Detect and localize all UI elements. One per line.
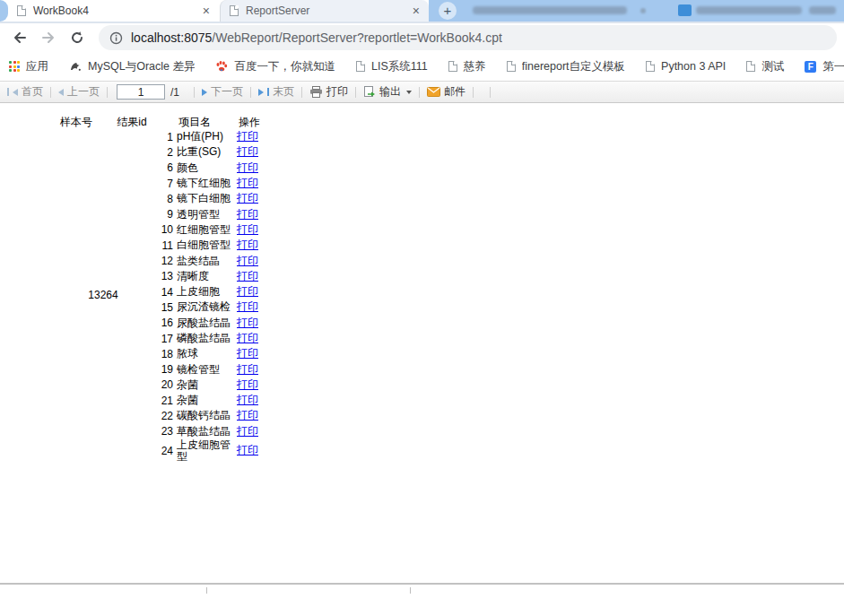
result-id-cell: 13 (49, 270, 173, 282)
browser-toolbar: localhost:8075/WebReport/ReportServer?re… (0, 22, 844, 52)
result-id-cell: 8 (49, 193, 173, 205)
address-bar[interactable]: localhost:8075/WebReport/ReportServer?re… (99, 25, 837, 50)
document-icon (746, 61, 755, 72)
bookmark-label: 慈养 (464, 59, 486, 74)
table-row: 21 杂菌 打印 (49, 393, 269, 408)
item-name-cell: 颜色 (177, 162, 234, 174)
result-id-cell: 10 (49, 223, 173, 236)
bookmark-lis[interactable]: LIS系统111 (356, 59, 428, 74)
item-name-cell: 透明管型 (177, 209, 234, 221)
report-page: 样本号 结果id 项目名 操作 1 pH值(PH) 打印 2 比重(SG) 打印… (0, 103, 844, 615)
finereport-icon: F (805, 61, 816, 73)
close-tab-icon[interactable]: × (203, 4, 210, 17)
printer-icon (309, 86, 323, 98)
next-page-label: 下一页 (211, 84, 243, 100)
item-name-cell: pH值(PH) (177, 131, 234, 143)
item-name-cell: 尿酸盐结晶 (177, 317, 234, 329)
print-link[interactable]: 打印 (237, 393, 258, 408)
bookmark-label: 应用 (26, 59, 48, 74)
header-result-id: 结果id (103, 116, 173, 129)
page-favicon-icon (230, 5, 239, 16)
table-row: 23 草酸盐结晶 打印 (49, 424, 269, 439)
print-button[interactable]: 打印 (309, 84, 348, 100)
new-tab-button[interactable]: + (439, 2, 457, 20)
print-link[interactable]: 打印 (237, 443, 258, 458)
info-icon[interactable] (109, 31, 123, 45)
result-id-cell: 24 (49, 445, 173, 457)
tab-workbook4[interactable]: WorkBook4 × (8, 0, 219, 22)
mail-icon (427, 87, 440, 97)
print-label: 打印 (326, 84, 348, 100)
print-link[interactable]: 打印 (237, 331, 258, 346)
bookmark-mysql[interactable]: MySQL与Oracle 差异 (69, 59, 195, 74)
mail-button[interactable]: 邮件 (427, 84, 466, 100)
bookmark-first-template[interactable]: F 第一张 (805, 59, 844, 74)
print-link[interactable]: 打印 (237, 144, 258, 160)
print-link[interactable]: 打印 (237, 284, 258, 299)
print-link[interactable]: 打印 (237, 238, 258, 253)
export-button[interactable]: 输出 (363, 84, 412, 100)
print-link[interactable]: 打印 (237, 362, 258, 377)
print-link[interactable]: 打印 (237, 316, 258, 331)
print-link[interactable]: 打印 (237, 161, 258, 176)
forward-icon[interactable] (39, 29, 57, 47)
print-link[interactable]: 打印 (237, 299, 258, 315)
tab-reportserver[interactable]: ReportServer × (220, 0, 429, 22)
bookmark-baidu[interactable]: 百度一下，你就知道 (215, 59, 335, 74)
print-link[interactable]: 打印 (237, 191, 258, 206)
table-row: 2 比重(SG) 打印 (49, 144, 269, 160)
header-item-name: 项目名 (173, 116, 234, 129)
export-icon (363, 86, 376, 99)
mysql-icon (69, 60, 82, 73)
bookmark-ciyang[interactable]: 慈养 (448, 59, 486, 74)
item-name-cell: 磷酸盐结晶 (177, 333, 234, 344)
first-page-button[interactable]: 首页 (7, 84, 43, 100)
page-number-input[interactable] (117, 84, 165, 100)
print-link[interactable]: 打印 (237, 176, 258, 191)
table-row: 12 盐类结晶 打印 (49, 253, 269, 268)
item-name-cell: 杂菌 (177, 379, 234, 391)
last-page-button[interactable]: 末页 (258, 84, 294, 100)
print-link[interactable]: 打印 (237, 129, 258, 144)
first-page-icon (7, 88, 9, 96)
background-window-edge (0, 0, 8, 22)
bookmark-label: Python 3 API (661, 60, 726, 73)
result-id-cell: 6 (49, 161, 173, 174)
print-link[interactable]: 打印 (237, 254, 258, 269)
print-link[interactable]: 打印 (237, 269, 258, 284)
print-link[interactable]: 打印 (237, 222, 258, 238)
bookmark-apps[interactable]: 应用 (9, 59, 48, 74)
result-id-cell: 21 (49, 395, 173, 407)
print-link[interactable]: 打印 (237, 207, 258, 222)
print-link[interactable]: 打印 (237, 424, 258, 439)
sample-number-cell: 13264 (76, 289, 130, 301)
report-pagination-toolbar: 首页 上一页 /1 下一页 末页 (0, 81, 844, 103)
blurred-window-title (696, 6, 802, 14)
blurred-app-icon (678, 4, 692, 16)
prev-page-icon (58, 89, 64, 96)
print-link[interactable]: 打印 (237, 377, 258, 393)
next-page-button[interactable]: 下一页 (202, 84, 243, 100)
url-path: /WebReport/ReportServer?reportlet=WorkBo… (212, 30, 502, 45)
item-name-cell: 镜下白细胞 (177, 193, 234, 204)
blurred-window-title (473, 6, 627, 14)
item-name-cell: 上皮细胞 (177, 286, 234, 298)
last-page-icon (258, 89, 264, 96)
apps-grid-icon (9, 61, 20, 72)
back-icon[interactable] (11, 29, 29, 47)
table-row: 13 清晰度 打印 (49, 269, 269, 284)
browser-window: WorkBook4 × ReportServer × + (0, 0, 844, 616)
print-link[interactable]: 打印 (237, 346, 258, 361)
result-id-cell: 12 (49, 255, 173, 267)
item-name-cell: 尿沉渣镜检 (177, 301, 234, 313)
bookmark-finereport-doc[interactable]: finereport自定义模板 (507, 59, 625, 74)
print-link[interactable]: 打印 (237, 408, 258, 423)
item-name-cell: 杂菌 (177, 395, 234, 406)
prev-page-button[interactable]: 上一页 (58, 84, 100, 100)
close-tab-icon[interactable]: × (413, 4, 420, 17)
bookmark-test[interactable]: 测试 (746, 59, 784, 74)
bookmark-python[interactable]: Python 3 API (646, 60, 726, 73)
result-id-cell: 17 (49, 333, 173, 345)
reload-icon[interactable] (68, 29, 86, 47)
next-page-icon (202, 89, 207, 96)
